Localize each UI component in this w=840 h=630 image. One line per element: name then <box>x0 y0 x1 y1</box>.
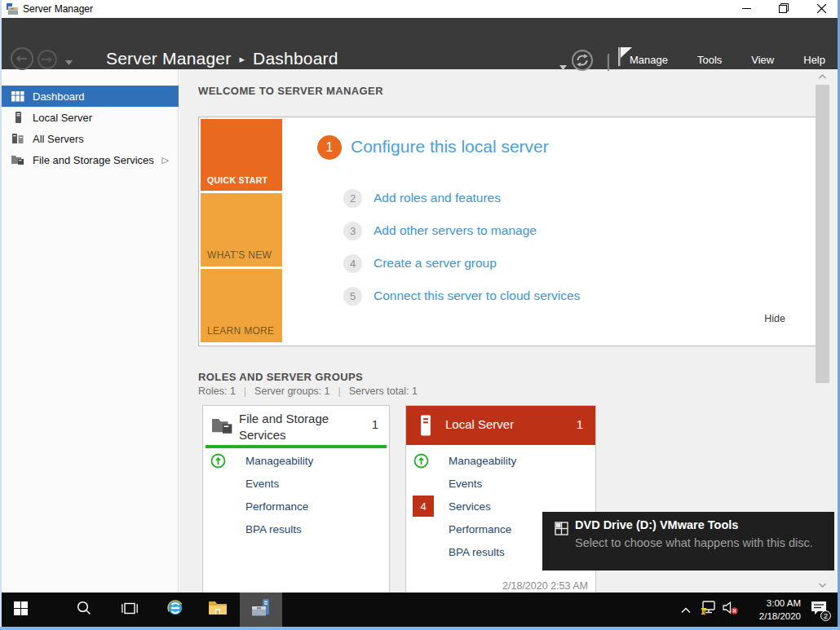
expand-chevron-icon[interactable]: ▷ <box>162 155 169 165</box>
autoplay-toast-notification[interactable]: DVD Drive (D:) VMware Tools Select to ch… <box>542 512 834 571</box>
taskbar: ! 3:00 AM 2/18/2020 2 <box>0 593 840 627</box>
scroll-up-button[interactable] <box>816 69 829 84</box>
row-label: Performance <box>449 523 511 535</box>
tile-file-storage-services: File and Storage Services 1 Manageabilit… <box>202 405 390 593</box>
link-connect-cloud-services[interactable]: Connect this server to cloud services <box>374 289 580 303</box>
file-explorer-button[interactable] <box>199 593 237 627</box>
tab-whats-new[interactable]: WHAT'S NEW <box>201 193 282 267</box>
back-button[interactable] <box>10 48 34 73</box>
welcome-heading: WELCOME TO SERVER MANAGER <box>198 85 383 97</box>
svg-text:!: ! <box>703 610 705 615</box>
welcome-panel: QUICK START WHAT'S NEW LEARN MORE 1 Conf… <box>198 117 817 346</box>
row-label: Services <box>449 500 491 513</box>
sidebar-item-label: Local Server <box>33 112 92 124</box>
windows-logo-icon <box>14 601 28 619</box>
breadcrumb: Server Manager▸Dashboard <box>106 49 338 68</box>
refresh-button[interactable] <box>571 51 594 73</box>
navbar-separator: | <box>606 51 611 72</box>
volume-button[interactable] <box>719 593 742 627</box>
menu-tools[interactable]: Tools <box>697 54 722 66</box>
stat-server-groups: Server groups: 1 <box>254 385 329 397</box>
tile-count: 1 <box>372 417 378 431</box>
tile-count: 1 <box>577 417 583 431</box>
notification-count-badge: 2 <box>820 610 831 621</box>
row-bpa-results[interactable]: BPA results <box>203 522 389 541</box>
step-4-number: 4 <box>343 254 362 273</box>
link-configure-local-server[interactable]: Configure this local server <box>351 137 549 156</box>
start-button[interactable] <box>2 593 39 627</box>
sidebar: Dashboard Local Server All Servers File … <box>0 69 179 593</box>
tab-learn-more[interactable]: LEARN MORE <box>201 269 282 342</box>
row-manageability[interactable]: Manageability <box>406 453 595 473</box>
hide-link[interactable]: Hide <box>764 313 785 324</box>
restore-icon <box>779 2 789 16</box>
step-3-number: 3 <box>343 222 362 240</box>
back-arrow-icon <box>10 46 34 74</box>
status-up-icon <box>413 453 429 472</box>
scrollbar-thumb[interactable] <box>816 85 829 383</box>
refresh-dropdown-caret[interactable] <box>559 59 567 73</box>
search-icon <box>77 601 91 619</box>
row-label: BPA results <box>449 546 505 558</box>
minimize-button[interactable] <box>727 0 765 18</box>
row-label: Events <box>449 478 482 490</box>
server-manager-taskbar-button[interactable] <box>240 593 282 627</box>
link-add-roles-features[interactable]: Add roles and features <box>374 191 501 205</box>
link-add-other-servers[interactable]: Add other servers to manage <box>374 223 537 238</box>
history-dropdown-caret[interactable] <box>65 58 73 67</box>
row-label: Manageability <box>245 455 313 467</box>
task-view-button[interactable] <box>111 593 148 627</box>
row-events[interactable]: Events <box>406 476 595 496</box>
tile-title: Local Server <box>445 417 514 431</box>
internet-explorer-button[interactable] <box>157 593 194 627</box>
tile-title: File and Storage Services <box>239 411 363 443</box>
sidebar-item-local-server[interactable]: Local Server <box>0 107 179 128</box>
row-manageability[interactable]: Manageability <box>203 453 389 473</box>
action-center-button[interactable]: 2 <box>804 593 833 627</box>
tile-timestamp: 2/18/2020 2:53 AM <box>502 580 588 592</box>
breadcrumb-root[interactable]: Server Manager <box>106 49 231 68</box>
forward-button[interactable] <box>37 51 58 72</box>
server-manager-app-icon <box>6 2 19 19</box>
navigation-bar: Server Manager▸Dashboard | Manage Tools … <box>0 18 840 69</box>
sidebar-item-label: All Servers <box>33 133 84 145</box>
breadcrumb-separator-icon: ▸ <box>239 53 245 65</box>
server-icon <box>418 414 433 440</box>
sidebar-item-label: File and Storage Services <box>33 154 154 166</box>
menu-view[interactable]: View <box>751 54 774 66</box>
sidebar-item-all-servers[interactable]: All Servers <box>0 128 179 149</box>
step-5-number: 5 <box>343 287 362 306</box>
file-explorer-icon <box>208 600 228 619</box>
folder-stack-icon <box>212 415 233 439</box>
taskbar-clock[interactable]: 3:00 AM 2/18/2020 <box>742 597 801 623</box>
breadcrumb-current[interactable]: Dashboard <box>253 49 338 68</box>
maximize-button[interactable] <box>765 0 802 18</box>
speaker-muted-icon <box>723 601 739 619</box>
dashboard-grid-icon <box>11 90 24 103</box>
menu-manage[interactable]: Manage <box>630 54 668 66</box>
roles-stats: Roles: 1|Server groups: 1|Servers total:… <box>198 385 418 397</box>
link-create-server-group[interactable]: Create a server group <box>374 256 497 271</box>
tile-header[interactable]: Local Server 1 <box>406 406 595 445</box>
status-accent-bar <box>206 445 387 448</box>
sidebar-item-dashboard[interactable]: Dashboard <box>0 86 179 107</box>
tray-expand-button[interactable] <box>675 593 696 627</box>
close-button[interactable] <box>802 0 840 18</box>
row-events[interactable]: Events <box>203 476 389 496</box>
search-button[interactable] <box>65 593 103 627</box>
network-status-button[interactable]: ! <box>696 593 719 627</box>
tab-quick-start[interactable]: QUICK START <box>201 119 282 191</box>
row-performance[interactable]: Performance <box>203 499 389 518</box>
server-manager-icon <box>250 597 272 622</box>
scroll-down-button[interactable] <box>816 578 829 593</box>
servers-icon <box>11 132 24 145</box>
step-2-number: 2 <box>343 189 362 208</box>
tile-header[interactable]: File and Storage Services 1 <box>203 406 389 445</box>
tab-label: QUICK START <box>207 175 267 185</box>
step-1-number: 1 <box>317 135 342 160</box>
server-icon <box>11 111 24 124</box>
menu-help[interactable]: Help <box>803 54 825 66</box>
stat-roles: Roles: 1 <box>198 385 236 397</box>
vm-border-bottom <box>0 627 840 630</box>
sidebar-item-file-storage-services[interactable]: File and Storage Services ▷ <box>0 149 179 170</box>
